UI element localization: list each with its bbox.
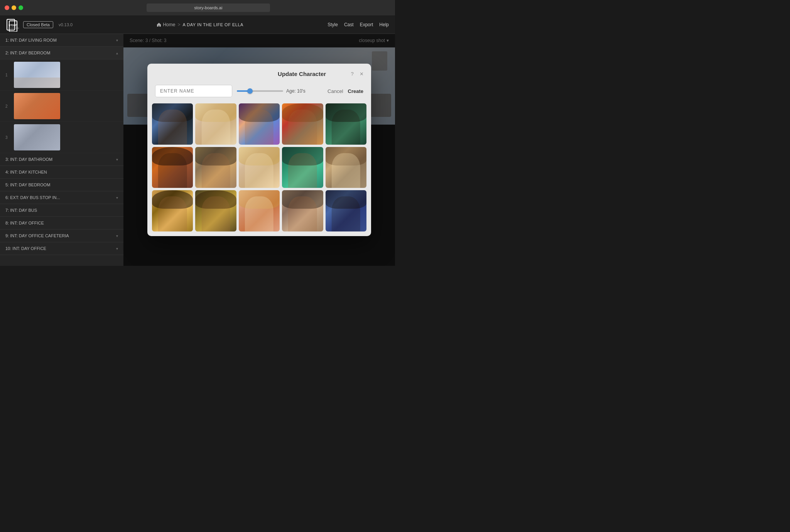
scene-label-6: 6: EXT: DAY BUS STOP IN... [5,195,60,200]
scene-item-6[interactable]: 6: EXT: DAY BUS STOP IN... ▾ [0,191,123,204]
scene-label-1: 1: INT: DAY LIVING ROOM [5,38,57,42]
chevron-icon-6: ▾ [116,196,118,200]
modal-controls: Age: 10's Cancel Create [147,82,371,102]
modal-help-button[interactable]: ? [351,71,353,77]
update-character-modal: Update Character ? × Age: 10's [147,64,371,236]
scene-label-8: 8: INT: DAY OFFICE [5,221,44,225]
maximize-button[interactable] [19,5,23,10]
header-nav: Style Cast Export Help [327,22,389,27]
char-card-14[interactable] [282,190,323,231]
breadcrumb-current: A DAY IN THE LIFE OF ELLA [182,22,243,27]
char-card-1[interactable] [152,103,193,144]
nav-help[interactable]: Help [379,22,389,27]
char-card-3[interactable] [239,103,280,144]
char-card-7[interactable] [195,147,236,188]
modal-close-button[interactable]: × [360,71,363,77]
char-card-2[interactable] [195,103,236,144]
version-text: v0.13.0 [59,22,73,27]
url-text: story-boards.ai [194,5,223,10]
home-label: Home [163,22,175,27]
char-card-6[interactable] [152,147,193,188]
char-card-10[interactable] [326,147,366,188]
scene-item-7[interactable]: 7: INT: DAY BUS [0,204,123,217]
chevron-icon-9: ▾ [116,234,118,238]
home-icon [157,22,161,27]
scene-item-4[interactable]: 4: INT: DAY KITCHEN [0,166,123,179]
char-card-8[interactable] [239,147,280,188]
age-slider-track[interactable] [237,90,283,92]
scene-item-8[interactable]: 8: INT: DAY OFFICE [0,217,123,230]
address-bar[interactable]: story-boards.ai [147,3,270,12]
scene-label-2: 2: INT: DAY BEDROOM [5,51,50,55]
scene-label-3: 3: INT: DAY BATHROOM [5,157,52,162]
modal-header: Update Character ? × [147,64,371,82]
thumb-num-1: 1 [5,73,10,77]
cancel-button[interactable]: Cancel [327,88,343,94]
thumb-row-3[interactable]: 3 [0,122,123,153]
nav-cast[interactable]: Cast [344,22,354,27]
slider-thumb[interactable] [247,88,253,94]
create-button[interactable]: Create [348,88,363,94]
modal-title: Update Character [253,71,351,77]
nav-export[interactable]: Export [360,22,373,27]
app-header: STORY BOARDS.AI Closed Beta v0.13.0 Home… [0,15,395,34]
main-content: Scene: 3 / Shot: 3 closeup shot ▾ Update… [123,34,395,266]
logo-icon: STORY BOARDS.AI [6,18,20,32]
scene-label-7: 7: INT: DAY BUS [5,208,37,213]
scene-item-2[interactable]: 2: INT: DAY BEDROOM ▴ [0,47,123,59]
scene-label-5: 5: INT: DAY BEDROOM [5,182,50,187]
breadcrumb: Home > A DAY IN THE LIFE OF ELLA [73,22,327,27]
thumb-row-1[interactable]: 1 [0,59,123,91]
app-body: 1: INT: DAY LIVING ROOM ▾ 2: INT: DAY BE… [0,34,395,266]
scene-label-4: 4: INT: DAY KITCHEN [5,170,47,174]
character-grid [147,102,371,236]
scene-label-9: 9: INT: DAY OFFICE CAFETERIA [5,233,69,238]
home-link[interactable]: Home [157,22,175,27]
scene-2-thumbnails: 1 2 3 [0,59,123,153]
chevron-icon-10: ▾ [116,247,118,251]
thumb-img-2 [14,93,60,119]
traffic-lights [5,5,23,10]
svg-text:STORY: STORY [8,24,18,27]
char-card-5[interactable] [326,103,366,144]
close-button[interactable] [5,5,9,10]
scene-item-9[interactable]: 9: INT: DAY OFFICE CAFETERIA ▾ [0,230,123,242]
chevron-icon-1: ▾ [116,38,118,42]
logo-area: STORY BOARDS.AI Closed Beta v0.13.0 [6,18,73,32]
chevron-icon-2: ▴ [116,51,118,55]
modal-backdrop: Update Character ? × Age: 10's [123,34,395,266]
age-label: Age: 10's [286,88,306,94]
char-card-12[interactable] [195,190,236,231]
char-card-11[interactable] [152,190,193,231]
thumb-num-2: 2 [5,104,10,108]
scene-item-10[interactable]: 10: INT: DAY OFFICE ▾ [0,242,123,255]
scene-label-10: 10: INT: DAY OFFICE [5,246,46,251]
sidebar: 1: INT: DAY LIVING ROOM ▾ 2: INT: DAY BE… [0,34,123,266]
scene-item-3[interactable]: 3: INT: DAY BATHROOM ▾ [0,153,123,166]
char-card-9[interactable] [282,147,323,188]
svg-text:BOARDS.AI: BOARDS.AI [8,27,19,29]
thumb-row-2[interactable]: 2 [0,91,123,122]
chevron-icon-3: ▾ [116,157,118,162]
breadcrumb-separator: > [177,22,180,27]
modal-actions: Cancel Create [327,88,363,94]
minimize-button[interactable] [12,5,16,10]
browser-chrome: story-boards.ai [0,0,395,15]
scene-item-1[interactable]: 1: INT: DAY LIVING ROOM ▾ [0,34,123,47]
char-card-15[interactable] [326,190,366,231]
char-card-4[interactable] [282,103,323,144]
thumb-num-3: 3 [5,135,10,140]
scene-item-5[interactable]: 5: INT: DAY BEDROOM [0,179,123,191]
beta-badge: Closed Beta [23,21,53,28]
character-name-input[interactable] [155,85,232,97]
char-card-13[interactable] [239,190,280,231]
thumb-img-3 [14,124,60,150]
age-slider-area: Age: 10's [237,88,323,94]
nav-style[interactable]: Style [327,22,338,27]
thumb-img-1 [14,62,60,88]
